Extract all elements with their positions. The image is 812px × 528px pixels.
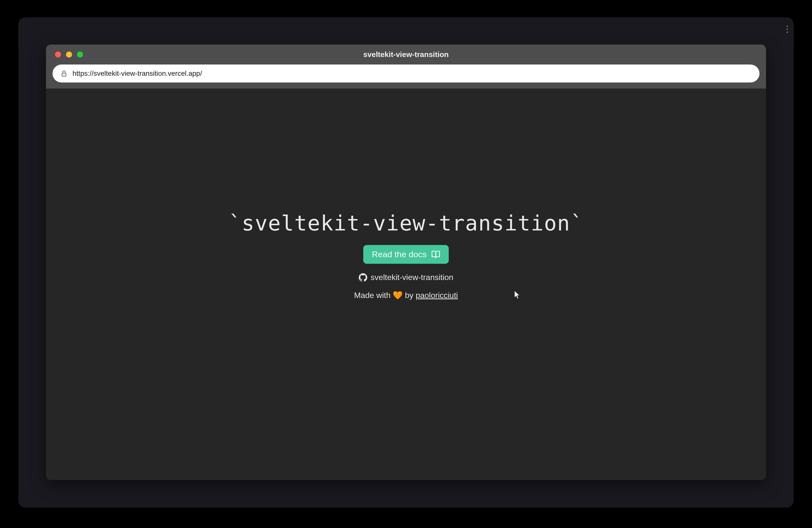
made-with-prefix: Made with <box>354 291 393 300</box>
minimize-window-button[interactable] <box>66 52 72 58</box>
browser-titlebar: sveltekit-view-transition <box>46 44 766 64</box>
author-link[interactable]: paoloricciuti <box>416 291 458 300</box>
addressbar[interactable]: https://sveltekit-view-transition.vercel… <box>53 64 759 83</box>
book-icon <box>431 250 440 259</box>
heart-icon: 🧡 <box>393 291 403 300</box>
read-docs-button[interactable]: Read the docs <box>363 245 449 264</box>
browser-window: sveltekit-view-transition https://svelte… <box>46 44 766 480</box>
github-repo-label: sveltekit-view-transition <box>371 273 453 282</box>
page-content: `sveltekit-view-transition` Read the doc… <box>46 88 766 480</box>
read-docs-button-label: Read the docs <box>372 249 426 259</box>
made-with-line: Made with 🧡 by paoloricciuti <box>354 291 458 300</box>
page-title: `sveltekit-view-transition` <box>229 211 583 235</box>
lock-icon <box>60 70 68 77</box>
mouse-cursor-icon <box>514 291 520 299</box>
url-text: https://sveltekit-view-transition.vercel… <box>72 70 202 77</box>
github-icon <box>359 273 367 282</box>
window-title: sveltekit-view-transition <box>46 50 766 59</box>
traffic-lights <box>55 52 83 58</box>
addressbar-row: https://sveltekit-view-transition.vercel… <box>46 64 766 88</box>
close-window-button[interactable] <box>55 52 61 58</box>
svg-rect-0 <box>62 73 66 76</box>
window-menu-dots-icon[interactable] <box>786 26 788 33</box>
github-repo-link[interactable]: sveltekit-view-transition <box>359 273 453 282</box>
made-with-by: by <box>403 291 416 300</box>
maximize-window-button[interactable] <box>77 52 83 58</box>
outer-window-frame: sveltekit-view-transition https://svelte… <box>18 17 794 508</box>
